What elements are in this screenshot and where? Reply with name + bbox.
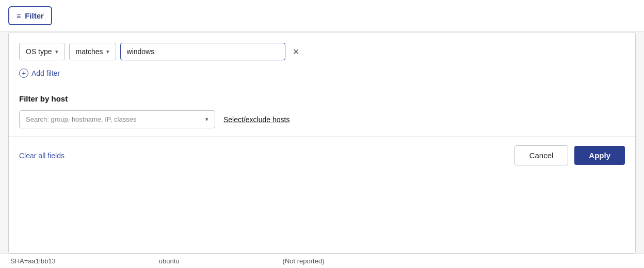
matches-label: matches <box>76 47 103 56</box>
filter-button-label: Filter <box>25 11 44 20</box>
clear-filter-button[interactable]: ✕ <box>289 45 302 59</box>
select-exclude-link[interactable]: Select/exclude hosts <box>223 115 289 124</box>
filter-by-host-section: Filter by host Search: group, hostname, … <box>9 88 635 137</box>
clear-all-fields-button[interactable]: Clear all fields <box>19 152 65 160</box>
bottom-peek: SHA=aa1lbb13 ubuntu (Not reported) <box>0 254 644 268</box>
host-search-chevron-icon: ▾ <box>205 116 208 123</box>
add-filter-row: + Add filter <box>9 69 635 88</box>
os-type-dropdown[interactable]: OS type ▾ <box>19 43 65 60</box>
filter-row: OS type ▾ matches ▾ ✕ <box>9 32 635 69</box>
filter-value-input[interactable] <box>120 43 285 60</box>
host-search-placeholder: Search: group, hostname, IP, classes <box>26 115 136 123</box>
peek-col3: (Not reported) <box>283 257 325 265</box>
host-search-dropdown[interactable]: Search: group, hostname, IP, classes ▾ <box>19 110 215 128</box>
os-type-chevron-icon: ▾ <box>55 48 58 55</box>
filter-button[interactable]: ≡ Filter <box>8 6 52 25</box>
add-filter-label: Add filter <box>31 69 60 77</box>
footer-actions: Cancel Apply <box>514 145 625 165</box>
os-type-label: OS type <box>26 47 52 56</box>
filter-icon: ≡ <box>17 12 21 20</box>
filter-button-bar: ≡ Filter <box>0 0 644 32</box>
footer-row: Clear all fields Cancel Apply <box>9 137 635 174</box>
matches-chevron-icon: ▾ <box>106 48 109 55</box>
main-panel: OS type ▾ matches ▾ ✕ + Add filter Filte… <box>8 32 636 254</box>
filter-by-host-title: Filter by host <box>19 94 625 103</box>
close-icon: ✕ <box>293 47 299 56</box>
add-filter-button[interactable]: + Add filter <box>19 69 60 78</box>
cancel-button[interactable]: Cancel <box>514 145 569 165</box>
matches-dropdown[interactable]: matches ▾ <box>69 43 116 60</box>
apply-button[interactable]: Apply <box>574 146 625 165</box>
peek-col2: ubuntu <box>159 257 180 265</box>
peek-col1: SHA=aa1lbb13 <box>10 257 56 265</box>
plus-circle-icon: + <box>19 69 28 78</box>
host-filter-row: Search: group, hostname, IP, classes ▾ S… <box>19 110 625 128</box>
